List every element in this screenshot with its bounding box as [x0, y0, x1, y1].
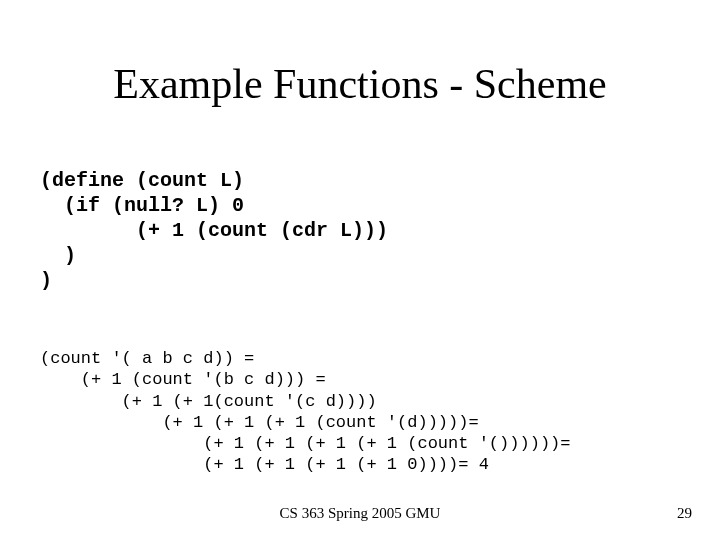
evaluation-trace: (count '( a b c d)) = (+ 1 (count '(b c … [40, 348, 700, 476]
slide: Example Functions - Scheme (define (coun… [0, 0, 720, 540]
footer-page-number: 29 [677, 505, 692, 522]
page-title: Example Functions - Scheme [0, 60, 720, 108]
code-definition: (define (count L) (if (null? L) 0 (+ 1 (… [40, 168, 680, 293]
footer-course: CS 363 Spring 2005 GMU [0, 505, 720, 522]
